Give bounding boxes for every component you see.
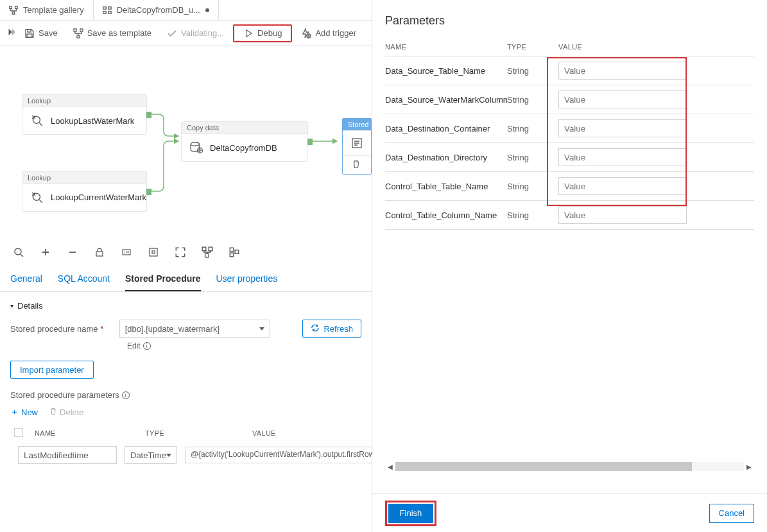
activity-copy[interactable]: Copy data DeltaCopyfromDB <box>181 121 308 162</box>
sp-name-value: [dbo].[update_watermark] <box>125 324 220 334</box>
col-type: TYPE <box>507 43 558 51</box>
zoom-out-icon[interactable] <box>67 246 78 258</box>
activity-type-label: Stored <box>343 119 371 131</box>
horizontal-scrollbar[interactable]: ◀ ▶ <box>385 461 754 472</box>
svg-rect-27 <box>230 248 234 252</box>
tab-stored-procedure[interactable]: Stored Procedure <box>125 270 200 291</box>
plus-icon: ＋ <box>10 406 19 418</box>
tab-user-properties[interactable]: User properties <box>216 270 278 291</box>
zoom-in-icon[interactable] <box>40 246 51 258</box>
svg-rect-6 <box>108 11 110 13</box>
import-parameter-button[interactable]: Import parameter <box>10 361 94 379</box>
svg-text:100: 100 <box>124 250 130 254</box>
activity-lookup-current[interactable]: Lookup LookupCurrentWaterMark <box>22 171 147 212</box>
save-as-template-button[interactable]: Save as template <box>67 26 158 41</box>
svg-rect-5 <box>103 11 106 13</box>
canvas-tools: 100 <box>0 239 372 264</box>
scroll-right-icon[interactable]: ▶ <box>744 461 754 472</box>
highlight-box <box>547 57 687 206</box>
autolayout-icon[interactable] <box>202 246 213 258</box>
tab-sql-account[interactable]: SQL Account <box>58 270 110 291</box>
param-name: Control_Table_Table_Name <box>385 182 507 191</box>
tab-label: DeltaCopyfromDB_u... <box>117 5 200 15</box>
chevron-down-icon <box>259 327 264 330</box>
svg-rect-26 <box>205 253 209 257</box>
select-all-checkbox[interactable] <box>14 428 23 437</box>
param-name: Data_Source_WaterMarkColumn <box>385 95 507 105</box>
expand-icon[interactable] <box>4 28 15 39</box>
panel-title: Parameters <box>372 0 767 38</box>
table-row: DateTime @{activity('LookupCurrentWaterM… <box>10 442 361 468</box>
refresh-label: Refresh <box>323 324 353 334</box>
svg-rect-22 <box>150 248 157 256</box>
col-value: VALUE <box>558 43 754 51</box>
svg-rect-24 <box>202 247 206 251</box>
refresh-icon <box>311 323 320 334</box>
detail-tabs: General SQL Account Stored Procedure Use… <box>0 264 372 292</box>
new-param-button[interactable]: ＋ New <box>10 406 38 418</box>
panel-footer: Finish Cancel <box>372 493 767 532</box>
scroll-left-icon[interactable]: ◀ <box>385 461 395 472</box>
fullscreen-icon[interactable] <box>175 246 186 258</box>
param-name: Control_Table_Column_Name <box>385 210 507 220</box>
tab-pipeline[interactable]: DeltaCopyfromDB_u... <box>94 0 219 20</box>
svg-rect-1 <box>15 6 18 8</box>
save-label: Save <box>39 28 58 38</box>
svg-point-15 <box>191 142 199 146</box>
pipeline-canvas[interactable]: Lookup LookupLastWaterMark Lookup Lookup… <box>0 46 372 239</box>
tab-template-gallery[interactable]: Template gallery <box>0 0 94 20</box>
svg-rect-9 <box>74 29 76 31</box>
svg-rect-0 <box>10 6 12 8</box>
sp-params-label: Stored procedure parameters i <box>10 390 361 400</box>
chevron-down-icon <box>166 454 171 457</box>
save-button[interactable]: Save <box>18 26 64 41</box>
network-icon <box>9 6 18 15</box>
col-name: NAME <box>385 43 507 51</box>
delete-param-button: Delete <box>49 406 84 418</box>
lock-icon[interactable] <box>94 246 105 258</box>
col-name: NAME <box>35 429 137 437</box>
sp-name-dropdown[interactable]: [dbo].[update_watermark] <box>119 320 271 338</box>
activity-type-label: Copy data <box>182 122 307 134</box>
add-trigger-button[interactable]: Add trigger <box>295 26 363 41</box>
param-value-input[interactable] <box>558 206 687 224</box>
tab-general[interactable]: General <box>10 270 42 291</box>
parameters-panel: Parameters NAME TYPE VALUE Data_Source_T… <box>372 0 767 532</box>
activity-lookup-last[interactable]: Lookup LookupLastWaterMark <box>22 94 147 135</box>
info-icon: i <box>143 342 151 350</box>
svg-rect-19 <box>96 252 103 256</box>
activity-name: DeltaCopyfromDB <box>210 143 277 153</box>
tab-label: Template gallery <box>23 5 84 15</box>
details-collapse[interactable]: ▾ Details <box>10 301 361 311</box>
dirty-indicator-icon <box>205 8 209 12</box>
param-type: String <box>507 210 558 220</box>
activity-stored-proc[interactable]: Stored <box>342 118 372 175</box>
trigger-label: Add trigger <box>315 28 356 38</box>
svg-rect-2 <box>12 12 15 14</box>
svg-rect-23 <box>152 251 155 253</box>
sp-edit-link[interactable]: Edit i <box>127 341 361 350</box>
finish-button[interactable]: Finish <box>388 504 433 523</box>
param-type-dropdown[interactable]: DateTime <box>125 446 177 464</box>
script-icon <box>350 136 364 150</box>
align-icon[interactable] <box>228 246 240 258</box>
search-icon[interactable] <box>13 246 24 258</box>
param-name: Data_Destination_Container <box>385 124 507 133</box>
pipeline-icon <box>103 6 112 15</box>
trash-icon[interactable] <box>352 160 362 170</box>
param-name-input[interactable] <box>18 446 117 464</box>
zoom-reset-icon[interactable]: 100 <box>121 246 132 258</box>
col-value: VALUE <box>252 429 361 437</box>
activity-name: LookupCurrentWaterMark <box>51 193 146 203</box>
fit-screen-icon[interactable] <box>148 246 159 258</box>
svg-rect-3 <box>103 6 106 9</box>
debug-button[interactable]: Debug <box>233 24 292 42</box>
debug-label: Debug <box>257 28 282 38</box>
refresh-button[interactable]: Refresh <box>302 320 361 338</box>
save-template-label: Save as template <box>87 28 151 38</box>
save-template-icon <box>73 28 83 39</box>
cancel-button[interactable]: Cancel <box>709 504 754 523</box>
scroll-thumb[interactable] <box>395 462 692 471</box>
activity-type-label: Lookup <box>22 95 146 107</box>
database-icon <box>189 141 203 155</box>
